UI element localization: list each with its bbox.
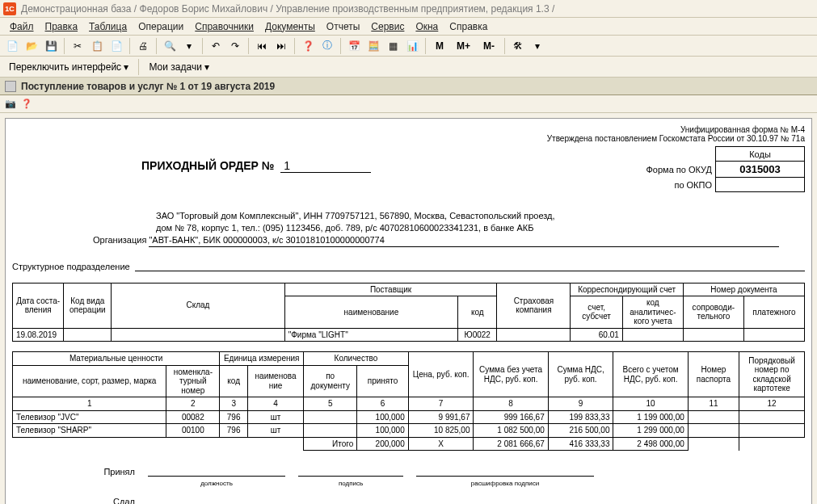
hdr-acct-sub: счет, субсчет [571, 296, 622, 329]
hdr-supplier-code: код [458, 296, 497, 329]
memory-m-button[interactable]: M [430, 37, 449, 55]
row-doc-payment [743, 328, 804, 342]
paste-icon[interactable]: 📄 [107, 37, 125, 55]
redo-icon[interactable]: ↷ [226, 37, 244, 55]
struct-line: Структурное подразделение [12, 260, 805, 271]
hdr-corracct: Корреспондирующий счет [571, 283, 683, 296]
secondary-toolbar: Переключить интерфейс ▾ Мои задачи ▾ [0, 57, 817, 78]
nav-last-icon[interactable]: ⏭ [272, 37, 290, 55]
header-info-table: Дата соста- вления Код вида операции Скл… [12, 283, 805, 342]
totals-qty: 200,000 [357, 437, 408, 451]
copy-icon[interactable]: 📋 [88, 37, 106, 55]
question-icon[interactable]: ❓ [21, 99, 32, 109]
ih-unit-name: наименова ние [247, 365, 303, 397]
sign-received-sig [298, 465, 403, 477]
totals-sumnovat: 2 081 666,67 [474, 437, 548, 451]
app-logo-icon: 1C [3, 2, 16, 15]
hdr-doc-accomp: сопроводи- тельного [683, 296, 743, 329]
menu-help[interactable]: Справка [444, 19, 492, 34]
hdr-date: Дата соста- вления [13, 283, 64, 328]
sign-delivered-sig [298, 495, 403, 504]
camera-icon[interactable]: 📷 [5, 99, 16, 109]
struct-value [135, 260, 805, 271]
document-tab[interactable]: Поступление товаров и услуг № 1 от 19 ав… [0, 78, 817, 95]
ih-price: Цена, руб. коп. [408, 352, 474, 397]
menu-documents[interactable]: Документы [260, 19, 320, 34]
search-dropdown-icon[interactable]: ▾ [180, 37, 198, 55]
totals-price: Х [408, 437, 474, 451]
row-acct-anal [622, 328, 683, 342]
ih-sumnovat: Сумма без учета НДС, руб. коп. [474, 352, 548, 397]
calc-icon[interactable]: 🧮 [364, 37, 382, 55]
switch-interface-button[interactable]: Переключить интерфейс ▾ [3, 58, 134, 76]
hdr-docnum: Номер документа [683, 283, 804, 296]
sign-delivered-name [416, 495, 594, 504]
ih-matvalues: Материальные ценности [13, 352, 220, 366]
okpo-label: по ОКПО [640, 178, 716, 192]
menu-service[interactable]: Сервис [366, 19, 409, 34]
menu-windows[interactable]: Окна [411, 19, 443, 34]
sign-received-label: Принял [12, 467, 141, 477]
tools-icon[interactable]: 🛠 [509, 37, 527, 55]
menu-file[interactable]: Файл [5, 19, 39, 34]
row-opcode [64, 328, 112, 342]
document-icon-toolbar: 📷 ❓ [0, 95, 817, 113]
items-table: Материальные ценности Единица измерения … [12, 351, 805, 451]
ih-vatsum: Сумма НДС, руб. коп. [548, 352, 613, 397]
hdr-insurance: Страховая компания [497, 283, 571, 328]
org-line1: ЗАО "Торговый дом Комплексный", ИНН 7709… [156, 210, 805, 222]
totals-label: Итого [304, 437, 357, 451]
grid-icon[interactable]: ▦ [384, 37, 402, 55]
hdr-doc-payment: платежного [743, 296, 804, 329]
okud-label: Форма по ОКУД [640, 162, 716, 178]
okud-value: 0315003 [716, 162, 805, 178]
organization-block: ЗАО "Торговый дом Комплексный", ИНН 7709… [93, 210, 805, 247]
main-toolbar: 📄 📂 💾 ✂ 📋 📄 🖨 🔍 ▾ ↶ ↷ ⏮ ⏭ ❓ ⓘ 📅 🧮 ▦ 📊 M … [0, 36, 817, 57]
form-info-line1: Унифицированная форма № М-4 [12, 125, 805, 134]
print-icon[interactable]: 🖨 [134, 37, 152, 55]
ih-qty: Количество [304, 352, 409, 366]
ih-totalvat: Всего с учетом НДС, руб. коп. [613, 352, 688, 397]
open-icon[interactable]: 📂 [23, 37, 40, 55]
kody-header: Коды [716, 147, 805, 162]
ih-unit-code: код [220, 365, 248, 397]
sign-delivered-label: Сдал [12, 497, 141, 504]
cut-icon[interactable]: ✂ [69, 37, 86, 55]
help-icon[interactable]: ❓ [299, 37, 317, 55]
memory-mplus-button[interactable]: M+ [451, 37, 476, 55]
report-icon[interactable]: 📊 [403, 37, 421, 55]
new-doc-icon[interactable]: 📄 [3, 37, 21, 55]
menu-catalogs[interactable]: Справочники [190, 19, 259, 34]
sign-delivered-pos [148, 495, 285, 504]
sign-received-pos [148, 465, 285, 477]
table-row: Телевизор "JVC"00082796шт100,0009 991,67… [13, 410, 805, 424]
hdr-supplier: Поставщик [284, 283, 497, 296]
document-number: 1 [280, 159, 371, 173]
nav-first-icon[interactable]: ⏮ [253, 37, 271, 55]
row-acct-sub: 60.01 [571, 328, 622, 342]
ih-nomencl: номенкла- турный номер [166, 365, 220, 397]
menu-edit[interactable]: Правка [40, 19, 83, 34]
struct-label: Структурное подразделение [12, 262, 130, 271]
row-supplier-name: "Фирма "LIGHT" [284, 328, 457, 342]
calendar-icon[interactable]: 📅 [345, 37, 363, 55]
menu-reports[interactable]: Отчеты [322, 19, 364, 34]
menu-operations[interactable]: Операции [133, 19, 188, 34]
ih-qty-doc: по документу [304, 365, 357, 397]
totals-totalvat: 2 498 000,00 [613, 437, 688, 451]
totals-vatsum: 416 333,33 [548, 437, 613, 451]
hdr-warehouse: Склад [112, 283, 284, 328]
undo-icon[interactable]: ↶ [207, 37, 225, 55]
org-value: "АВТ-БАНК", БИК 000000003, к/с 301018101… [149, 234, 779, 247]
save-icon[interactable]: 💾 [42, 37, 60, 55]
title-bar: 1C Демонстрационная база / Федоров Борис… [0, 0, 817, 18]
info-icon[interactable]: ⓘ [318, 37, 336, 55]
hdr-opcode: Код вида операции [64, 283, 112, 328]
hdr-acct-anal: код аналитичес- кого учета [622, 296, 683, 329]
memory-mminus-button[interactable]: M- [478, 37, 500, 55]
tools-dropdown-icon[interactable]: ▾ [529, 37, 546, 55]
my-tasks-button[interactable]: Мои задачи ▾ [143, 58, 215, 76]
search-icon[interactable]: 🔍 [161, 37, 179, 55]
menu-table[interactable]: Таблица [84, 19, 132, 34]
signature-block: Принял должность подпись расшифровка под… [12, 465, 805, 504]
